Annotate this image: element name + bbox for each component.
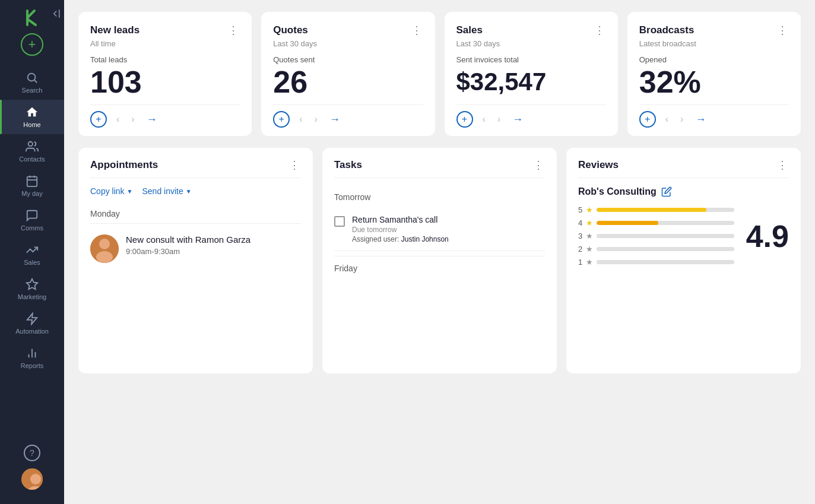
svg-rect-3 [27, 177, 37, 187]
stat-menu-broadcasts[interactable]: ⋮ [777, 24, 789, 37]
star-row-3: 3 ★ [578, 232, 734, 240]
stat-add-sales[interactable]: + [456, 111, 473, 128]
svg-point-17 [96, 251, 113, 263]
svg-marker-7 [27, 279, 37, 289]
sidebar-label-automation: Automation [15, 328, 49, 335]
reviews-menu[interactable]: ⋮ [777, 159, 789, 172]
stat-title-sales: Sales [456, 24, 483, 36]
stat-label-leads: Total leads [90, 55, 240, 64]
stat-prev-broadcasts[interactable]: ‹ [663, 113, 671, 126]
task-item: Return Samantha's call Due tomorrow Assi… [334, 208, 545, 251]
task-day-tomorrow: Tomorrow [334, 186, 545, 208]
sidebar-item-sales[interactable]: Sales [0, 237, 64, 272]
star-bar-fill-4 [597, 221, 658, 225]
tasks-panel: Tasks ⋮ Tomorrow Return Samantha's call … [322, 148, 557, 373]
stat-value-broadcasts: 32% [639, 66, 789, 97]
star-bar-fill-1 [597, 260, 610, 264]
copy-link-button[interactable]: Copy link ▼ [90, 186, 133, 196]
stat-goto-sales[interactable]: → [510, 112, 525, 127]
sidebar-nav: Search Home Contacts [0, 65, 64, 445]
stat-footer-sales: + ‹ › → [456, 104, 606, 128]
stat-goto-broadcasts[interactable]: → [693, 112, 708, 127]
task-name: Return Samantha's call [352, 215, 449, 224]
send-invite-button[interactable]: Send invite ▼ [142, 186, 192, 196]
reviews-panel: Reviews ⋮ Rob's Consulting 5 ★ [566, 148, 801, 373]
stat-goto-leads[interactable]: → [144, 112, 160, 127]
stat-add-quotes[interactable]: + [273, 111, 290, 128]
stat-goto-quotes[interactable]: → [327, 112, 343, 127]
stat-prev-leads[interactable]: ‹ [114, 113, 122, 126]
stat-footer-quotes: + ‹ › → [273, 104, 423, 128]
sidebar-bottom: ? [21, 445, 43, 497]
edit-icon[interactable] [661, 186, 672, 197]
sidebar-label-reports: Reports [21, 362, 44, 369]
task-day-friday: Friday [334, 256, 545, 279]
main-content: New leads ⋮ All time Total leads 103 + ‹… [64, 0, 815, 504]
stat-title-leads: New leads [90, 24, 139, 36]
appointment-actions: Copy link ▼ Send invite ▼ [90, 186, 301, 196]
add-button[interactable]: + [21, 33, 43, 56]
star-row-2: 2 ★ [578, 245, 734, 253]
appointment-day-monday: Monday [90, 204, 301, 224]
stat-prev-quotes[interactable]: ‹ [297, 113, 305, 126]
svg-point-2 [28, 142, 33, 146]
appointment-time: 9:00am-9:30am [126, 247, 301, 256]
stat-next-broadcasts[interactable]: › [678, 113, 686, 126]
svg-marker-8 [27, 313, 37, 324]
sidebar-item-marketing[interactable]: Marketing [0, 272, 64, 306]
stat-next-leads[interactable]: › [129, 113, 137, 126]
appointments-panel: Appointments ⋮ Copy link ▼ Send invite ▼… [78, 148, 313, 373]
sidebar-label-search: Search [22, 87, 43, 94]
stat-prev-sales[interactable]: ‹ [480, 113, 488, 126]
star-bar-fill-5 [597, 208, 706, 212]
help-button[interactable]: ? [24, 445, 40, 461]
appointment-avatar [90, 234, 119, 263]
sidebar-item-search[interactable]: Search [0, 65, 64, 100]
star-bars: 5 ★ 4 ★ 3 ★ [578, 205, 734, 267]
app-logo [21, 7, 43, 28]
task-checkbox[interactable] [334, 216, 345, 227]
collapse-sidebar-button[interactable] [50, 8, 61, 21]
stat-title-broadcasts: Broadcasts [639, 24, 695, 36]
reviews-business: Rob's Consulting [578, 186, 789, 197]
user-avatar[interactable] [21, 468, 43, 490]
stat-card-quotes: Quotes ⋮ Last 30 days Quotes sent 26 + ‹… [261, 12, 435, 136]
appointments-menu[interactable]: ⋮ [289, 159, 301, 172]
stat-footer-broadcasts: + ‹ › → [639, 104, 789, 128]
stat-period-leads: All time [90, 39, 240, 48]
stat-label-quotes: Quotes sent [273, 55, 423, 64]
star-bar-fill-3 [597, 234, 617, 238]
stat-menu-leads[interactable]: ⋮ [228, 24, 240, 37]
appointment-info: New consult with Ramon Garza 9:00am-9:30… [126, 234, 301, 256]
sidebar: + Search Home Contacts [0, 0, 64, 504]
reviews-content: 5 ★ 4 ★ 3 ★ [578, 205, 789, 267]
stat-add-broadcasts[interactable]: + [639, 111, 656, 128]
tasks-menu[interactable]: ⋮ [533, 159, 545, 172]
sidebar-item-contacts[interactable]: Contacts [0, 134, 64, 169]
task-due: Due tomorrow [352, 226, 449, 234]
sidebar-label-home: Home [23, 121, 40, 128]
stat-menu-quotes[interactable]: ⋮ [411, 24, 423, 37]
star-2: ★ [586, 245, 593, 253]
stat-card-new-leads: New leads ⋮ All time Total leads 103 + ‹… [78, 12, 252, 136]
star-bar-bg-3 [597, 234, 734, 238]
stat-menu-sales[interactable]: ⋮ [594, 24, 606, 37]
svg-point-1 [28, 74, 36, 81]
sidebar-item-reports[interactable]: Reports [0, 341, 64, 375]
star-bar-bg-2 [597, 247, 734, 251]
stat-period-quotes: Last 30 days [273, 39, 423, 48]
stat-add-leads[interactable]: + [90, 111, 107, 128]
appointments-title: Appointments [90, 159, 158, 171]
stat-period-sales: Last 30 days [456, 39, 606, 48]
sidebar-item-myday[interactable]: My day [0, 169, 64, 203]
stat-label-broadcasts: Opened [639, 55, 789, 64]
stat-period-broadcasts: Latest broadcast [639, 39, 789, 48]
sidebar-item-comms[interactable]: Comms [0, 203, 64, 237]
stat-footer-leads: + ‹ › → [90, 104, 240, 128]
star-bar-bg-5 [597, 208, 734, 212]
sidebar-item-home[interactable]: Home [0, 100, 64, 134]
stat-next-quotes[interactable]: › [312, 113, 320, 126]
sidebar-item-automation[interactable]: Automation [0, 306, 64, 341]
stat-next-sales[interactable]: › [495, 113, 503, 126]
star-filled-4: ★ [586, 218, 593, 227]
